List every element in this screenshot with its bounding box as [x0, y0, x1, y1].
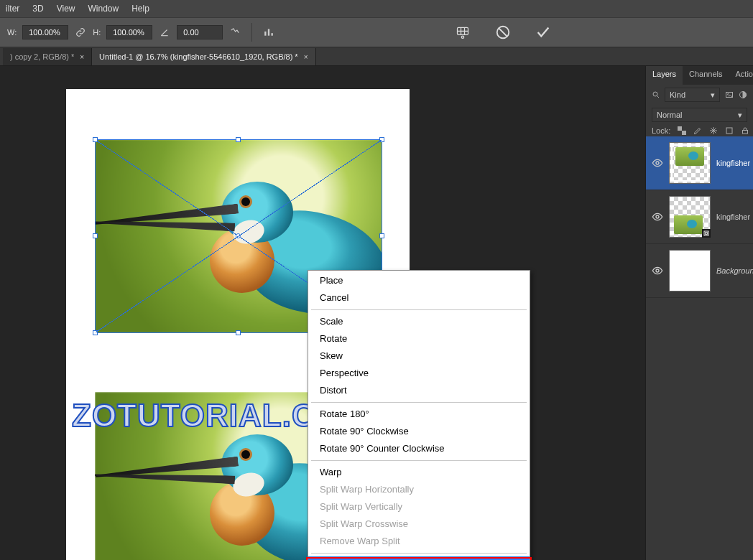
thumbnail-content	[675, 147, 704, 166]
document-tab-2[interactable]: Untitled-1 @ 16.7% (kingfisher-5546610_1…	[92, 48, 315, 65]
tab-label: Untitled-1 @ 16.7% (kingfisher-5546610_1…	[99, 52, 298, 61]
angle-field[interactable]: 0.00	[177, 25, 223, 39]
lock-transparent-icon[interactable]	[678, 126, 686, 135]
ctx-split-warp-cross: Split Warp Crosswise	[308, 515, 530, 533]
panel-spacer	[646, 298, 753, 398]
ctx-rotate-90-cw[interactable]: Rotate 90° Clockwise	[308, 423, 530, 440]
document-tab-1[interactable]: ) copy 2, RGB/8) * ×	[3, 48, 92, 65]
filter-kind-label: Kind	[670, 90, 685, 99]
blend-mode-dropdown[interactable]: Normal ▾	[652, 108, 747, 122]
layer-thumbnail[interactable]	[669, 250, 711, 291]
ctx-place[interactable]: Place	[308, 272, 530, 289]
layer-filter-row: Kind ▾	[646, 85, 753, 105]
workspace: ZOTUTORIAL.COM Place Cancel Scale Rotate…	[0, 66, 753, 560]
svg-rect-11	[682, 131, 686, 135]
menu-window[interactable]: Window	[88, 4, 119, 14]
svg-rect-17	[706, 233, 708, 235]
filter-kind-dropdown[interactable]: Kind ▾	[665, 88, 720, 102]
svg-rect-10	[678, 126, 682, 131]
handle-bot-left[interactable]	[93, 330, 98, 335]
visibility-icon[interactable]	[652, 265, 663, 276]
visibility-icon[interactable]	[652, 211, 663, 223]
bars-icon[interactable]	[262, 26, 275, 39]
menu-3d[interactable]: 3D	[32, 4, 43, 14]
ctx-rotate-90-ccw[interactable]: Rotate 90° Counter Clockwise	[308, 440, 530, 457]
ctx-perspective[interactable]: Perspective	[308, 365, 530, 382]
layer-thumbnail[interactable]	[669, 196, 711, 238]
cancel-transform-icon[interactable]	[494, 26, 512, 39]
ctx-remove-warp-split: Remove Warp Split	[308, 533, 530, 550]
tab-actions[interactable]: Actions	[729, 66, 753, 85]
link-wh-icon[interactable]	[74, 26, 87, 39]
lock-position-icon[interactable]	[709, 126, 718, 135]
ctx-skew[interactable]: Skew	[308, 347, 530, 365]
layer-thumbnail[interactable]	[669, 142, 711, 184]
commit-transform-icon[interactable]	[534, 26, 553, 39]
filter-image-icon[interactable]	[724, 90, 734, 99]
tab-channels[interactable]: Channels	[683, 66, 729, 85]
svg-point-8	[728, 94, 729, 95]
ctx-rotate[interactable]: Rotate	[308, 330, 530, 347]
right-panels: Layers Channels Actions Kind ▾ Normal ▾ …	[645, 66, 753, 560]
ctx-warp[interactable]: Warp	[308, 464, 530, 481]
lock-row: Lock:	[646, 125, 753, 136]
search-icon[interactable]	[652, 90, 660, 99]
visibility-icon[interactable]	[652, 157, 663, 169]
svg-point-4	[462, 36, 464, 38]
ctx-separator	[311, 460, 527, 461]
handle-center[interactable]	[236, 233, 241, 238]
tab-layers[interactable]: Layers	[646, 66, 683, 85]
handle-bot-mid[interactable]	[236, 330, 241, 335]
height-field[interactable]: 100.00%	[106, 25, 152, 39]
height-label: H:	[93, 28, 101, 37]
menu-help[interactable]: Help	[131, 4, 149, 14]
ctx-rotate-180[interactable]: Rotate 180°	[308, 406, 530, 423]
transform-context-menu[interactable]: Place Cancel Scale Rotate Skew Perspecti…	[308, 270, 530, 560]
layer-row[interactable]: Background	[646, 244, 753, 298]
close-icon[interactable]: ×	[80, 53, 84, 61]
canvas-area[interactable]: ZOTUTORIAL.COM Place Cancel Scale Rotate…	[0, 66, 645, 560]
ctx-separator	[311, 402, 527, 403]
menu-filter[interactable]: ilter	[6, 4, 19, 14]
svg-point-14	[656, 162, 659, 164]
width-label: W:	[7, 28, 17, 37]
lock-pixels-icon[interactable]	[693, 126, 702, 135]
layer-row[interactable]: kingfisher	[646, 136, 753, 190]
menu-bar: ilter 3D View Window Help	[0, 0, 753, 17]
smart-object-badge-icon	[702, 229, 711, 238]
thumbnail-content	[674, 215, 703, 234]
lock-all-icon[interactable]	[741, 126, 749, 135]
svg-rect-2	[272, 33, 273, 36]
interpolation-icon[interactable]	[228, 26, 241, 39]
menu-view[interactable]: View	[57, 4, 75, 14]
handle-top-left[interactable]	[93, 137, 98, 142]
handle-top-mid[interactable]	[236, 137, 241, 142]
layer-name[interactable]: kingfisher	[716, 213, 750, 221]
document-tabs: ) copy 2, RGB/8) * × Untitled-1 @ 16.7% …	[0, 47, 753, 66]
ctx-separator	[311, 553, 527, 554]
warp-mode-icon[interactable]	[453, 26, 472, 39]
svg-rect-16	[704, 231, 708, 235]
close-icon[interactable]: ×	[304, 53, 308, 61]
divider	[251, 23, 252, 42]
options-bar: W: 100.00% H: 100.00% 0.00	[0, 17, 753, 47]
layer-row[interactable]: kingfisher	[646, 190, 753, 244]
ctx-scale[interactable]: Scale	[308, 313, 530, 330]
filter-adjustment-icon[interactable]	[739, 90, 747, 99]
panel-tabs: Layers Channels Actions	[646, 66, 753, 85]
handle-right-mid[interactable]	[379, 233, 384, 238]
handle-left-mid[interactable]	[93, 233, 98, 238]
lock-label: Lock:	[652, 126, 670, 135]
layer-name[interactable]: Background	[716, 266, 753, 275]
layer-name[interactable]: kingfisher	[716, 159, 750, 167]
svg-rect-12	[726, 128, 732, 134]
ctx-flip-horizontal[interactable]: Flip Horizontal	[308, 556, 530, 560]
ctx-cancel[interactable]: Cancel	[308, 289, 530, 307]
ctx-separator	[311, 309, 527, 310]
angle-icon	[158, 26, 171, 39]
lock-artboard-icon[interactable]	[725, 126, 734, 135]
width-field[interactable]: 100.00%	[22, 25, 68, 39]
handle-top-right[interactable]	[379, 137, 384, 142]
ctx-distort[interactable]: Distort	[308, 382, 530, 399]
layer-list: kingfisher kingfisher Background	[646, 136, 753, 560]
